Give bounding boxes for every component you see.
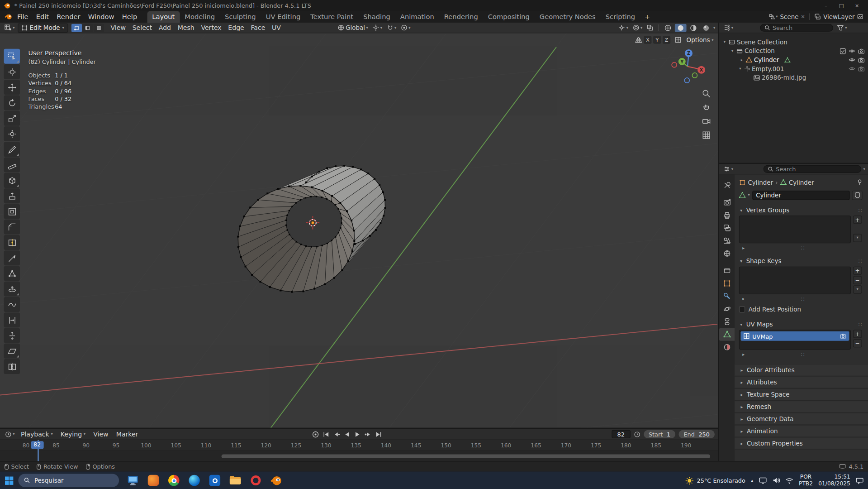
viewport-menu-item[interactable]: Vertex xyxy=(198,23,225,32)
viewport-canvas[interactable] xyxy=(0,33,718,427)
app-opera-icon[interactable] xyxy=(250,475,262,487)
workspace-tab[interactable]: Texture Paint xyxy=(305,11,358,23)
volume-icon[interactable] xyxy=(772,477,780,484)
mode-dropdown[interactable]: Edit Mode ▾ xyxy=(18,23,68,33)
previous-keyframe-button[interactable] xyxy=(333,431,341,438)
tool-knife-button[interactable] xyxy=(4,250,20,265)
timeline-scrollbar[interactable] xyxy=(222,455,711,459)
tool-spin-button[interactable] xyxy=(4,282,20,297)
hide-in-viewport-toggle[interactable] xyxy=(849,66,855,72)
app-desktop-icon[interactable] xyxy=(127,475,139,487)
mirror-z-toggle[interactable]: Z xyxy=(663,36,670,44)
face-select-button[interactable] xyxy=(94,24,104,32)
jump-to-end-button[interactable] xyxy=(375,431,383,438)
viewport-options-dropdown[interactable]: Options ▾ xyxy=(687,36,714,43)
wifi-icon[interactable] xyxy=(786,477,793,483)
workspace-tab[interactable]: Scripting xyxy=(601,11,640,23)
gizmo-neg-z-axis[interactable] xyxy=(684,78,689,83)
tool-move-button[interactable] xyxy=(4,80,20,95)
viewport-3d[interactable]: ▾ Edit Mode ▾ ViewSelectAddMeshVertexEdg… xyxy=(0,23,718,428)
tab-constraints[interactable] xyxy=(719,315,735,328)
outliner-item-empty-001[interactable]: ▾ Empty.001 xyxy=(719,64,868,73)
properties-search[interactable]: Search xyxy=(763,165,862,173)
browse-scene-button[interactable]: ▾ xyxy=(768,13,778,20)
show-gizmo-dropdown[interactable]: ▾ xyxy=(617,24,630,32)
workspace-tab[interactable]: Sculpting xyxy=(220,11,261,23)
shading-rendered-button[interactable] xyxy=(701,24,712,32)
maximize-button[interactable]: □ xyxy=(834,0,849,10)
workspace-tab[interactable]: Rendering xyxy=(439,11,483,23)
collapsed-panel-header[interactable]: ▸ Attributes xyxy=(735,376,868,388)
jump-to-start-button[interactable] xyxy=(322,431,330,438)
gizmo-neg-x-axis[interactable] xyxy=(672,62,677,67)
tool-smooth-button[interactable] xyxy=(4,297,20,312)
toggle-ortho-icon[interactable] xyxy=(702,131,711,140)
filter-icon[interactable] xyxy=(837,24,844,30)
add-workspace-button[interactable]: + xyxy=(640,13,654,20)
unlink-scene-button[interactable]: × xyxy=(801,14,805,19)
vertex-groups-section-header[interactable]: ▾ Vertex Groups ∷ xyxy=(739,205,863,216)
app-paint-icon[interactable] xyxy=(147,475,160,487)
hide-in-viewport-toggle[interactable] xyxy=(849,48,855,53)
uv-maps-section-header[interactable]: ▾ UV Maps ∷ xyxy=(739,319,863,330)
tool-transform-button[interactable] xyxy=(4,126,20,141)
tab-tool[interactable] xyxy=(719,179,735,192)
tool-cursor-button[interactable] xyxy=(4,64,20,79)
vertex-groups-listbox[interactable] xyxy=(739,216,851,243)
tab-render[interactable] xyxy=(719,196,735,209)
start-button[interactable] xyxy=(5,476,14,485)
auto-key-button[interactable] xyxy=(312,431,319,438)
pan-hand-icon[interactable] xyxy=(702,103,711,112)
resize-grip-icon[interactable]: ∷ xyxy=(801,351,805,357)
app-blender-icon[interactable] xyxy=(270,475,282,487)
app-chrome-icon[interactable] xyxy=(168,475,180,487)
workspace-tab[interactable]: Modeling xyxy=(180,11,220,23)
chevron-down-icon[interactable]: ▾ xyxy=(713,26,715,30)
end-frame-field[interactable]: End250 xyxy=(678,430,715,438)
shape-keys-listbox[interactable] xyxy=(739,267,851,294)
subpanel-closed-icon[interactable]: ▸ xyxy=(741,352,746,357)
blender-app-menu-icon[interactable] xyxy=(5,13,13,20)
properties-panel[interactable]: ▾ Search ▾ xyxy=(719,163,868,461)
add-shape-key-button[interactable]: + xyxy=(853,267,862,275)
shading-material-button[interactable] xyxy=(688,24,700,32)
mesh-name-field[interactable]: Cylinder xyxy=(752,190,850,200)
workspace-tab[interactable]: Animation xyxy=(395,11,439,23)
app-outlook-icon[interactable] xyxy=(209,475,221,487)
tab-world[interactable] xyxy=(719,247,735,260)
outliner-item-collection[interactable]: ▾ Collection xyxy=(719,47,868,56)
notifications-button[interactable] xyxy=(856,477,863,484)
collapsed-panel-header[interactable]: ▸ Texture Space xyxy=(735,388,868,401)
exclude-checkbox[interactable] xyxy=(840,48,846,54)
disable-in-renders-toggle[interactable] xyxy=(858,66,865,72)
scene-name[interactable]: Scene xyxy=(780,13,799,20)
minimize-button[interactable]: – xyxy=(819,0,833,10)
tool-scale-button[interactable] xyxy=(4,111,20,126)
preview-range-clock-icon[interactable] xyxy=(634,431,640,438)
collapsed-panel-header[interactable]: ▸ Color Attributes xyxy=(735,364,868,376)
shape-keys-section-header[interactable]: ▾ Shape Keys ∷ xyxy=(739,255,863,266)
play-reverse-button[interactable] xyxy=(343,431,351,438)
fake-user-button[interactable] xyxy=(852,190,863,200)
orientation-dropdown[interactable]: Global ▾ xyxy=(336,24,370,32)
expand-arrow-icon[interactable]: ▸ xyxy=(740,58,744,62)
uv-maps-listbox[interactable]: UVMap xyxy=(739,330,851,350)
disable-in-renders-toggle[interactable] xyxy=(858,48,865,54)
filter-dropdown-icon[interactable]: ▾ xyxy=(845,26,847,30)
new-view-layer-icon[interactable] xyxy=(857,13,864,20)
viewport-menu-item[interactable]: Select xyxy=(129,23,155,32)
disable-in-renders-toggle[interactable] xyxy=(858,57,865,62)
outliner-panel[interactable]: ▾ Search ▾ ▾ Scene Collection ▾ xyxy=(719,23,868,163)
shading-wireframe-button[interactable] xyxy=(662,24,674,32)
view-layer-name[interactable]: ViewLayer xyxy=(823,13,854,20)
tab-modifiers[interactable] xyxy=(719,290,735,302)
tool-rip-region-button[interactable] xyxy=(4,359,20,374)
collapsed-panel-header[interactable]: ▸ Custom Properties xyxy=(735,437,868,450)
snap-toggle[interactable]: ▾ xyxy=(385,24,398,32)
properties-editor-button[interactable]: ▾ xyxy=(722,165,735,173)
tool-shrink-fatten-button[interactable] xyxy=(4,328,20,343)
hide-in-viewport-toggle[interactable] xyxy=(849,57,855,62)
uv-map-item[interactable]: UVMap xyxy=(741,331,849,341)
collapsed-panel-header[interactable]: ▸ Geometry Data xyxy=(735,413,868,425)
resize-grip-icon[interactable]: ∷ xyxy=(801,244,805,250)
